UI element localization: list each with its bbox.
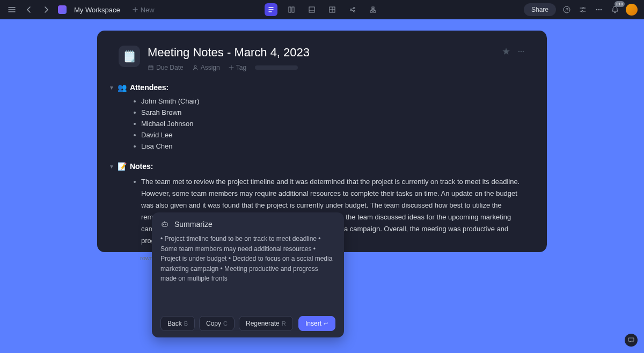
- copy-label: Copy: [206, 320, 221, 327]
- back-key: B: [184, 320, 188, 327]
- avatar[interactable]: [626, 4, 638, 16]
- hierarchy-icon[interactable]: [367, 3, 379, 16]
- menu-icon[interactable]: [6, 4, 17, 15]
- attendees-section: ▼ 👥 Attendees: John Smith (Chair) Sarah …: [119, 83, 525, 150]
- topbar-left: My Workspace New: [6, 4, 155, 15]
- svg-point-19: [521, 51, 522, 52]
- new-label: New: [141, 6, 155, 14]
- robot-icon: [160, 220, 169, 229]
- topbar: My Workspace New Share: [0, 0, 644, 19]
- forward-icon[interactable]: [41, 4, 52, 15]
- attendees-icon: 👥: [118, 83, 127, 92]
- svg-point-14: [598, 9, 599, 10]
- chat-icon[interactable]: [625, 334, 638, 347]
- svg-point-22: [163, 224, 164, 225]
- insert-key: ↵: [324, 320, 328, 327]
- new-button[interactable]: New: [132, 6, 155, 14]
- list-item[interactable]: John Smith (Chair): [134, 97, 525, 105]
- send-icon[interactable]: [561, 4, 572, 15]
- assign-label: Assign: [201, 64, 220, 71]
- tag-label: Tag: [236, 64, 246, 71]
- attendees-label: Attendees:: [130, 83, 169, 92]
- view-grid-icon[interactable]: [326, 3, 339, 16]
- notification-count: 210: [614, 1, 625, 7]
- ai-header: Summarize: [160, 220, 335, 234]
- svg-point-6: [354, 11, 355, 12]
- share-network-icon[interactable]: [346, 3, 359, 16]
- ai-title: Summarize: [174, 220, 213, 229]
- view-split-icon[interactable]: [285, 3, 298, 16]
- svg-point-23: [165, 224, 166, 225]
- attendee-name: Michael Johnson: [141, 120, 194, 128]
- view-panel-icon[interactable]: [305, 3, 318, 16]
- ai-body: • Project timeline found to be on track …: [160, 234, 335, 316]
- insert-label: Insert: [305, 320, 321, 327]
- ai-actions: Back B Copy C Regenerate R Insert ↵: [160, 316, 335, 331]
- list-item[interactable]: Lisa Chen: [134, 142, 525, 150]
- insert-button[interactable]: Insert ↵: [298, 316, 335, 331]
- svg-point-12: [582, 11, 583, 12]
- attendee-name: David Lee: [141, 131, 173, 139]
- list-item[interactable]: Sarah Brown: [134, 108, 525, 116]
- svg-rect-16: [149, 66, 153, 70]
- bullet-icon: [134, 123, 136, 125]
- svg-point-17: [194, 65, 196, 68]
- bullet-icon: [134, 112, 136, 114]
- view-doc-icon[interactable]: [265, 3, 277, 16]
- notes-header[interactable]: ▼ 📝 Notes:: [109, 162, 525, 171]
- tag-button[interactable]: Tag: [229, 64, 246, 71]
- share-button[interactable]: Share: [524, 3, 556, 16]
- bullet-icon: [134, 181, 136, 183]
- bullet-icon: [134, 134, 136, 136]
- notes-icon: 📝: [118, 162, 127, 171]
- svg-point-4: [350, 9, 352, 11]
- copy-key: C: [223, 320, 228, 327]
- svg-rect-2: [309, 7, 314, 12]
- svg-rect-21: [162, 223, 167, 226]
- back-icon[interactable]: [24, 4, 34, 15]
- notes-label: Notes:: [130, 162, 153, 171]
- svg-rect-9: [374, 11, 376, 12]
- attendee-name: Sarah Brown: [141, 108, 181, 116]
- doc-title[interactable]: Meeting Notes - March 4, 2023: [148, 46, 494, 60]
- topbar-right: Share 210: [524, 3, 638, 16]
- due-date-label: Due Date: [156, 64, 184, 71]
- doc-meta: Due Date Assign Tag: [148, 64, 494, 71]
- copy-button[interactable]: Copy C: [199, 316, 235, 331]
- assign-button[interactable]: Assign: [192, 64, 220, 71]
- chevron-down-icon: ▼: [109, 85, 114, 91]
- svg-rect-7: [372, 7, 374, 9]
- regenerate-button[interactable]: Regenerate R: [239, 316, 293, 331]
- meta-placeholder: [255, 65, 298, 70]
- notification-icon[interactable]: 210: [610, 4, 620, 15]
- doc-more-icon[interactable]: [517, 47, 525, 56]
- more-icon[interactable]: [594, 4, 604, 15]
- topbar-center: [265, 3, 379, 16]
- due-date-button[interactable]: Due Date: [148, 64, 184, 71]
- workspace-name[interactable]: My Workspace: [74, 6, 120, 14]
- svg-rect-1: [292, 7, 294, 12]
- svg-point-5: [354, 8, 355, 9]
- attendee-list: John Smith (Chair) Sarah Brown Michael J…: [134, 97, 525, 150]
- settings-icon[interactable]: [577, 4, 588, 15]
- list-item[interactable]: David Lee: [134, 131, 525, 139]
- svg-rect-0: [289, 7, 291, 12]
- doc-actions: ★: [502, 46, 525, 57]
- star-icon[interactable]: ★: [502, 46, 510, 57]
- back-button[interactable]: Back B: [160, 316, 195, 331]
- svg-point-15: [601, 9, 602, 10]
- ai-panel: Summarize • Project timeline found to be…: [152, 212, 344, 337]
- workspace-badge: [58, 5, 67, 14]
- attendees-header[interactable]: ▼ 👥 Attendees:: [109, 83, 525, 92]
- list-item[interactable]: Michael Johnson: [134, 120, 525, 128]
- chevron-down-icon: ▼: [109, 164, 114, 170]
- bullet-icon: [134, 145, 136, 148]
- regenerate-label: Regenerate: [246, 320, 280, 327]
- attendee-name: Lisa Chen: [141, 142, 173, 150]
- svg-point-20: [523, 51, 524, 52]
- svg-point-18: [518, 51, 519, 52]
- svg-point-13: [596, 9, 597, 10]
- back-label: Back: [167, 320, 182, 327]
- svg-rect-8: [370, 11, 372, 12]
- attendee-name: John Smith (Chair): [141, 97, 199, 105]
